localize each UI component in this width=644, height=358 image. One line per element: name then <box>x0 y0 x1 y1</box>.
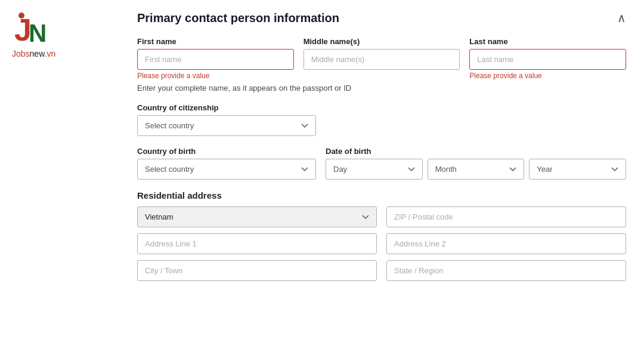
address-row-3 <box>137 260 626 281</box>
first-name-input[interactable] <box>137 49 294 70</box>
dob-day-select[interactable]: Day 12345 678910 15202531 <box>326 159 423 180</box>
address1-input[interactable] <box>137 233 377 254</box>
name-section: First name Please provide a value Middle… <box>137 37 626 92</box>
birth-row: Country of birth Select country Vietnam … <box>137 147 626 180</box>
first-name-label: First name <box>137 37 294 46</box>
name-helper-text: Enter your complete name, as it appears … <box>137 84 626 92</box>
zip-input[interactable] <box>386 206 626 227</box>
dob-label: Date of birth <box>326 147 626 156</box>
address1-group <box>137 233 377 254</box>
main-content: Primary contact person information ∧ Fir… <box>131 0 644 358</box>
citizenship-label: Country of citizenship <box>137 103 316 112</box>
birth-section: Country of birth Select country Vietnam … <box>137 147 626 180</box>
last-name-label: Last name <box>469 37 626 46</box>
logo-vn: .vn <box>45 49 56 58</box>
city-input[interactable] <box>137 260 377 281</box>
residential-country-group: Vietnam United States United Kingdom <box>137 206 377 227</box>
residential-country-select[interactable]: Vietnam United States United Kingdom <box>137 206 377 227</box>
last-name-group: Last name Please provide a value <box>469 37 626 80</box>
last-name-error: Please provide a value <box>469 72 626 80</box>
zip-group <box>386 206 626 227</box>
first-name-error: Please provide a value <box>137 72 294 80</box>
residential-label: Residential address <box>137 190 626 200</box>
sidebar: J N Jobsnew.vn <box>0 0 131 358</box>
citizenship-select[interactable]: Select country Vietnam United States Uni… <box>137 115 316 136</box>
state-group <box>386 260 626 281</box>
citizenship-group: Country of citizenship Select country Vi… <box>137 103 316 136</box>
logo-icon: J N <box>12 12 54 48</box>
first-name-group: First name Please provide a value <box>137 37 294 80</box>
dob-group: Date of birth Day 12345 678910 15202531 … <box>326 147 626 180</box>
logo-new: new <box>30 49 45 58</box>
name-row: First name Please provide a value Middle… <box>137 37 626 80</box>
address-row-1: Vietnam United States United Kingdom <box>137 206 626 227</box>
dob-month-select[interactable]: Month JanuaryFebruaryMarch AprilMayJune … <box>428 159 525 180</box>
city-group <box>137 260 377 281</box>
birth-country-label: Country of birth <box>137 147 316 156</box>
logo: J N Jobsnew.vn <box>12 12 119 58</box>
logo-jobs: Jobs <box>12 49 30 58</box>
middle-name-input[interactable] <box>304 49 460 70</box>
logo-text: Jobsnew.vn <box>12 49 55 58</box>
address2-input[interactable] <box>386 233 626 254</box>
collapse-button[interactable]: ∧ <box>617 11 626 25</box>
middle-name-group: Middle name(s) <box>304 37 460 80</box>
address-row-2 <box>137 233 626 254</box>
svg-text:N: N <box>29 19 47 47</box>
birth-country-select[interactable]: Select country Vietnam United States <box>137 159 316 180</box>
state-input[interactable] <box>386 260 626 281</box>
birth-country-group: Country of birth Select country Vietnam … <box>137 147 316 180</box>
citizenship-section: Country of citizenship Select country Vi… <box>137 103 626 136</box>
residential-section: Residential address Vietnam United State… <box>137 190 626 281</box>
svg-point-2 <box>18 13 24 18</box>
middle-name-label: Middle name(s) <box>304 37 460 46</box>
address2-group <box>386 233 626 254</box>
section-header: Primary contact person information ∧ <box>137 11 626 25</box>
dob-selects: Day 12345 678910 15202531 Month JanuaryF… <box>326 159 626 180</box>
last-name-input[interactable] <box>469 49 626 70</box>
section-title: Primary contact person information <box>137 11 339 25</box>
dob-year-select[interactable]: Year 200019991995 199019851980 197019601… <box>529 159 626 180</box>
